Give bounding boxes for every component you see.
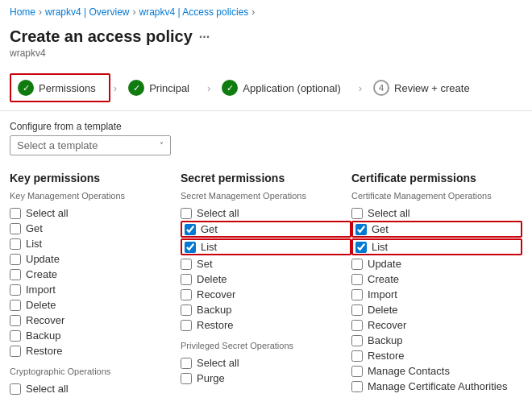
key-recover-checkbox[interactable] [10, 315, 21, 326]
cert-update-checkbox[interactable] [351, 259, 363, 270]
step-permissions-label: Permissions [39, 82, 96, 94]
key-list-label[interactable]: List [26, 238, 42, 250]
cert-manage-contacts-label[interactable]: Manage Contacts [368, 365, 450, 377]
step-arrow-2: › [204, 82, 214, 94]
key-recover-item: Recover [10, 313, 181, 328]
cert-restore-checkbox[interactable] [351, 350, 363, 362]
secret-backup-checkbox[interactable] [181, 304, 192, 316]
breadcrumb-access-policies[interactable]: wrapkv4 | Access policies [139, 6, 249, 18]
key-recover-label[interactable]: Recover [26, 314, 64, 326]
breadcrumb: Home › wrapkv4 | Overview › wrapkv4 | Ac… [0, 0, 532, 24]
secret-delete-label[interactable]: Delete [197, 273, 227, 285]
cert-backup-label[interactable]: Backup [368, 334, 402, 346]
key-permissions-column: Key permissions Key Management Operation… [10, 172, 181, 396]
secret-restore-checkbox[interactable] [181, 320, 192, 331]
key-permissions-title: Key permissions [10, 172, 181, 184]
permissions-container: Key permissions Key Management Operation… [0, 165, 532, 403]
secret-list-item: List [181, 238, 351, 255]
key-delete-item: Delete [10, 297, 181, 313]
cert-update-label[interactable]: Update [368, 258, 401, 270]
cert-list-label[interactable]: List [372, 241, 388, 253]
secret-get-checkbox[interactable] [185, 224, 196, 235]
step-permissions[interactable]: ✓ Permissions [10, 73, 110, 102]
key-crypto-select-all-label[interactable]: Select all [26, 383, 69, 395]
cert-restore-item: Restore [351, 348, 522, 363]
cert-recover-checkbox[interactable] [351, 320, 363, 331]
key-import-label[interactable]: Import [26, 284, 56, 296]
secret-select-all-checkbox[interactable] [181, 208, 192, 219]
cert-create-checkbox[interactable] [351, 274, 363, 285]
secret-set-label[interactable]: Set [197, 258, 213, 270]
page-title-menu[interactable]: ··· [199, 30, 210, 44]
cert-delete-label[interactable]: Delete [368, 304, 398, 316]
key-delete-label[interactable]: Delete [26, 299, 56, 311]
secret-priv-select-all-label[interactable]: Select all [197, 357, 239, 369]
secret-recover-label[interactable]: Recover [197, 288, 235, 300]
secret-list-checkbox[interactable] [185, 242, 196, 253]
secret-recover-checkbox[interactable] [181, 289, 192, 300]
key-get-label[interactable]: Get [26, 222, 43, 234]
key-delete-checkbox[interactable] [10, 300, 21, 311]
breadcrumb-home[interactable]: Home [10, 6, 35, 18]
breadcrumb-overview[interactable]: wrapkv4 | Overview [45, 6, 129, 18]
cert-get-checkbox[interactable] [355, 224, 367, 235]
key-import-checkbox[interactable] [10, 284, 21, 296]
key-backup-label[interactable]: Backup [26, 329, 60, 342]
key-create-label[interactable]: Create [26, 268, 57, 280]
secret-backup-label[interactable]: Backup [197, 304, 231, 316]
key-select-all-label[interactable]: Select all [26, 207, 69, 219]
cert-list-checkbox[interactable] [355, 242, 367, 253]
key-select-all-checkbox[interactable] [10, 208, 21, 219]
cert-get-label[interactable]: Get [372, 223, 389, 235]
cert-import-label[interactable]: Import [368, 288, 397, 300]
secret-list-label[interactable]: List [201, 241, 217, 253]
step-review-icon: 4 [373, 80, 389, 96]
page-subtitle: wrapkv4 [10, 48, 522, 59]
key-restore-label[interactable]: Restore [26, 345, 63, 357]
cert-manage-authorities-checkbox[interactable] [351, 381, 363, 392]
cert-import-item: Import [351, 287, 522, 302]
key-crypto-select-all-item: Select all [10, 381, 181, 396]
key-list-checkbox[interactable] [10, 238, 21, 250]
secret-select-all-label[interactable]: Select all [197, 207, 239, 219]
cert-recover-item: Recover [351, 317, 522, 333]
step-application[interactable]: ✓ Application (optional) [214, 73, 355, 102]
secret-permissions-column: Secret permissions Secret Management Ope… [181, 172, 351, 396]
key-get-item: Get [10, 221, 181, 236]
key-restore-checkbox[interactable] [10, 346, 21, 357]
cert-create-label[interactable]: Create [368, 273, 399, 285]
cert-backup-checkbox[interactable] [351, 335, 363, 346]
cert-import-checkbox[interactable] [351, 289, 363, 300]
certificate-permissions-column: Certificate permissions Certificate Mana… [351, 172, 522, 396]
key-update-label[interactable]: Update [26, 253, 60, 265]
secret-restore-label[interactable]: Restore [197, 319, 234, 331]
cert-management-ops-label: Certificate Management Operations [351, 191, 522, 201]
key-update-item: Update [10, 251, 181, 267]
cert-delete-checkbox[interactable] [351, 304, 363, 316]
secret-get-label[interactable]: Get [201, 223, 218, 235]
cert-manage-authorities-label[interactable]: Manage Certificate Authorities [368, 380, 507, 392]
key-restore-item: Restore [10, 343, 181, 358]
key-get-checkbox[interactable] [10, 223, 21, 234]
step-application-label: Application (optional) [243, 82, 340, 94]
secret-set-checkbox[interactable] [181, 259, 192, 270]
key-update-checkbox[interactable] [10, 254, 21, 265]
wizard-steps: ✓ Permissions › ✓ Principal › ✓ Applicat… [0, 65, 532, 111]
key-create-checkbox[interactable] [10, 269, 21, 280]
key-select-all-item: Select all [10, 205, 181, 221]
step-review[interactable]: 4 Review + create [365, 73, 484, 102]
cert-manage-contacts-checkbox[interactable] [351, 366, 363, 377]
cert-select-all-checkbox[interactable] [351, 208, 363, 219]
key-list-item: List [10, 236, 181, 251]
cert-select-all-label[interactable]: Select all [368, 207, 410, 219]
secret-purge-checkbox[interactable] [181, 373, 192, 384]
step-principal[interactable]: ✓ Principal [120, 73, 204, 102]
cert-recover-label[interactable]: Recover [368, 319, 406, 331]
secret-priv-select-all-checkbox[interactable] [181, 358, 192, 369]
secret-delete-checkbox[interactable] [181, 274, 192, 285]
cert-restore-label[interactable]: Restore [368, 350, 405, 362]
key-crypto-select-all-checkbox[interactable] [10, 383, 21, 395]
key-backup-checkbox[interactable] [10, 330, 21, 342]
secret-purge-label[interactable]: Purge [197, 372, 225, 384]
template-dropdown[interactable]: Select a template ˅ [10, 135, 171, 155]
